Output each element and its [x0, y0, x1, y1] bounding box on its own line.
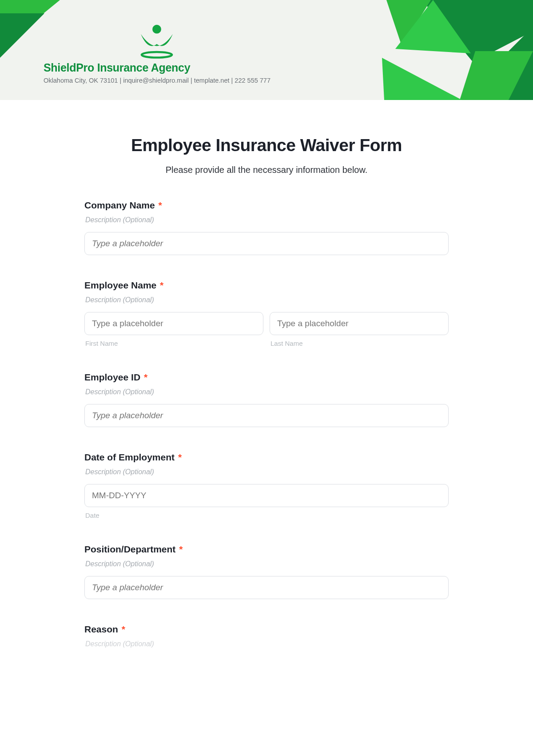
sublabel-last-name: Last Name [270, 340, 449, 347]
field-description[interactable]: Description (Optional) [84, 468, 449, 476]
first-name-input[interactable] [84, 312, 263, 335]
label-employee-id: Employee ID * [84, 372, 449, 383]
position-department-input[interactable] [84, 576, 449, 599]
field-company-name: Company Name * Description (Optional) [84, 200, 449, 255]
label-position-department: Position/Department * [84, 544, 449, 555]
required-marker: * [159, 200, 162, 210]
svg-point-9 [142, 52, 172, 58]
employee-id-input[interactable] [84, 404, 449, 427]
field-description[interactable]: Description (Optional) [84, 216, 449, 224]
sublabel-first-name: First Name [84, 340, 263, 347]
field-employee-id: Employee ID * Description (Optional) [84, 372, 449, 427]
form-title: Employee Insurance Waiver Form [84, 136, 449, 155]
label-company-name: Company Name * [84, 200, 449, 211]
field-reason: Reason * Description (Optional) [84, 624, 449, 648]
form-container: Employee Insurance Waiver Form Please pr… [84, 100, 449, 675]
brand-name: ShieldPro Insurance Agency [44, 61, 270, 74]
required-marker: * [179, 544, 183, 554]
company-name-input[interactable] [84, 232, 449, 255]
field-date-of-employment: Date of Employment * Description (Option… [84, 452, 449, 519]
field-employee-name: Employee Name * Description (Optional) F… [84, 280, 449, 347]
svg-marker-1 [0, 13, 44, 58]
field-description[interactable]: Description (Optional) [84, 560, 449, 568]
date-of-employment-input[interactable] [84, 484, 449, 507]
field-description[interactable]: Description (Optional) [84, 640, 449, 648]
field-description[interactable]: Description (Optional) [84, 388, 449, 396]
triangle-decoration [284, 0, 533, 100]
svg-marker-7 [382, 58, 462, 100]
sublabel-date: Date [84, 512, 449, 519]
required-marker: * [122, 624, 125, 634]
svg-point-8 [153, 25, 162, 34]
required-marker: * [144, 372, 147, 382]
label-reason: Reason * [84, 624, 449, 635]
header-banner: ShieldPro Insurance Agency Oklahoma City… [0, 0, 533, 100]
required-marker: * [160, 280, 163, 290]
required-marker: * [178, 452, 182, 462]
brand-contact-line: Oklahoma City, OK 73101 | inquire@shield… [44, 77, 270, 84]
brand-logo-icon [137, 21, 177, 59]
label-employee-name: Employee Name * [84, 280, 449, 291]
brand-block: ShieldPro Insurance Agency Oklahoma City… [44, 21, 270, 84]
last-name-input[interactable] [270, 312, 449, 335]
form-subtitle: Please provide all the necessary informa… [84, 165, 449, 175]
label-date-of-employment: Date of Employment * [84, 452, 449, 463]
field-position-department: Position/Department * Description (Optio… [84, 544, 449, 599]
field-description[interactable]: Description (Optional) [84, 296, 449, 304]
